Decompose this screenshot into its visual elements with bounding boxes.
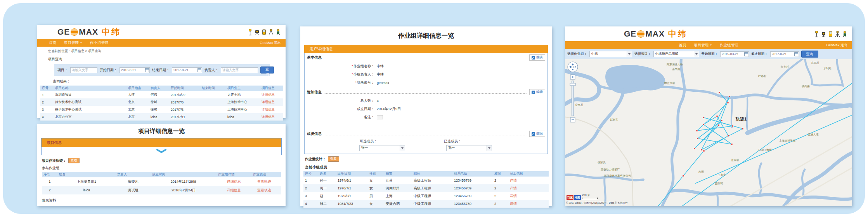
svg-text:叶春村: 叶春村 <box>758 75 766 78</box>
header-cell: 项目业主 <box>226 86 260 91</box>
header-cell: 性别 <box>368 172 384 176</box>
calendar-icon[interactable] <box>794 52 798 56</box>
search-button[interactable]: 查询 <box>260 66 274 74</box>
nav-item-projects[interactable]: 项目管理▼ <box>64 40 82 46</box>
project-info-box: 项目信息 <box>41 138 282 155</box>
field-value: 2014年12月9日 <box>377 107 401 112</box>
svg-text:红光村: 红光村 <box>781 65 789 68</box>
map-pan-control[interactable] <box>568 62 578 72</box>
table-row: 4北京办公室北京leica2017/7/11leica详细信息 <box>40 113 283 121</box>
header-cell: 负责人 <box>149 86 169 91</box>
view-track-button[interactable]: 查看 <box>68 158 80 163</box>
nav-item-workgroups[interactable]: 作业组管理 <box>720 43 738 48</box>
header-cell: 序号 <box>40 86 54 91</box>
total-station-icon <box>821 31 826 37</box>
panel-map-tracks: GE MAX 中纬 首页 项目管理▼ 作业组管理 GeoMax 退出 选择作业组… <box>565 26 852 206</box>
track-link[interactable]: 查看轨迹 <box>251 188 277 193</box>
remark-box[interactable] <box>377 115 383 119</box>
section-extra: 附加信息 编辑 <box>305 88 547 95</box>
logout-link[interactable]: GeoMax 退出 <box>826 43 847 48</box>
header-cell: 作业组详情 <box>217 172 251 177</box>
svg-text:东周村: 东周村 <box>811 61 819 65</box>
chevron-down-icon <box>400 145 405 151</box>
cell: 河南郑州 <box>384 186 412 191</box>
cell: 周一 <box>318 186 336 191</box>
field-label: 备注： <box>364 115 374 119</box>
cell: 徐斌 <box>149 107 169 112</box>
detail-link[interactable]: 详细信息 <box>260 100 282 105</box>
nav-item-home[interactable]: 首页 <box>49 40 56 46</box>
section-title-project-query: 项目查询 <box>48 57 286 62</box>
project-name-input[interactable] <box>70 67 97 73</box>
edit-extra-button[interactable]: 编辑 <box>529 89 545 95</box>
section-title: 成员信息 <box>307 131 322 136</box>
project-results-table: 序号 项目名称 项目地点 负责人 开始时间 结束时间 项目业主 项目信息 1深圳… <box>40 86 283 121</box>
project-select[interactable]: 中纬新产品测试 <box>653 51 699 57</box>
nav-item-workgroups[interactable]: 作业组管理 <box>90 40 109 46</box>
workgroup-select[interactable]: 中纬 <box>589 51 632 57</box>
edit-members-button[interactable]: 编辑 <box>529 131 545 137</box>
header-cell: 序号 <box>303 172 318 176</box>
header-cell: 作业轨迹 <box>251 172 277 177</box>
total-station-icon <box>254 29 260 35</box>
calendar-icon[interactable] <box>198 68 201 72</box>
map-canvas[interactable]: 高东滩涂大桥连民路叶春村东周村水利站申江大桥红光村杨高路金星村赵家宅张家浜上海思… <box>565 59 852 206</box>
available-members-select[interactable]: 张一 <box>359 145 405 151</box>
nav-item-home[interactable]: 首页 <box>679 43 686 48</box>
detail-link[interactable]: 详情 <box>508 201 547 206</box>
cell: 2 <box>40 100 54 104</box>
cell: 徕卡技术中心测试 <box>54 100 126 105</box>
header-cell: 组名 <box>57 172 116 177</box>
section-members: 成员信息 编辑 <box>305 130 547 136</box>
globe-icon <box>637 30 645 38</box>
svg-text:西薛村: 西薛村 <box>715 182 723 185</box>
field-group-leader: *小组负责人： 中纬 <box>305 72 547 77</box>
cell: 北京 <box>126 115 149 119</box>
cell: 高级工程师 <box>412 178 452 183</box>
svg-text:张家浜: 张家浜 <box>598 161 606 164</box>
available-members-label: 可选成员： <box>360 139 377 144</box>
detail-link[interactable]: 详情 <box>508 194 547 199</box>
field-label: 作业组名称： <box>353 64 374 68</box>
view-stats-button[interactable]: 查看 <box>328 156 339 162</box>
calendar-icon[interactable] <box>145 68 149 72</box>
surveyor-icon <box>842 31 847 37</box>
map[interactable]: 高东滩涂大桥连民路叶春村东周村水利站申江大桥红光村杨高路金星村赵家宅张家浜上海思… <box>565 59 852 206</box>
section-title: 附加信息 <box>307 90 322 95</box>
cell: 庆骏凡 <box>116 179 151 184</box>
logout-link[interactable]: GeoMax 退出 <box>260 40 281 46</box>
detail-link[interactable]: 详细信息 <box>260 107 282 112</box>
detail-link[interactable]: 详细信息 <box>260 115 282 119</box>
detail-link[interactable]: 详情 <box>508 186 547 191</box>
selected-members-select[interactable]: 孙一 <box>446 145 492 151</box>
cell: 1976/7/1 <box>336 186 368 190</box>
svg-text:杨高路: 杨高路 <box>801 85 810 88</box>
header-cell: 姓名 <box>318 172 336 176</box>
track-link[interactable]: 查看轨迹 <box>251 179 277 184</box>
edit-basic-button[interactable]: 编辑 <box>529 54 545 61</box>
detail-link[interactable]: 详细信息 <box>260 93 282 97</box>
search-button[interactable]: 查询 <box>801 51 818 58</box>
cell: 女 <box>368 201 384 206</box>
logo-text-cn: 中纬 <box>102 26 121 37</box>
nav-item-projects[interactable]: 项目管理▼ <box>694 43 712 48</box>
expand-row[interactable] <box>42 147 281 155</box>
calendar-icon[interactable] <box>744 52 748 56</box>
zoom-slider-knob[interactable] <box>570 83 575 86</box>
globe-icon <box>71 28 78 36</box>
detail-link[interactable]: 详情 <box>508 178 547 183</box>
page-title: 项目详细信息一览 <box>37 124 286 135</box>
section-basic: 基本信息 编辑 <box>305 53 547 60</box>
cell: 2017/7/6 <box>169 100 200 104</box>
results-label: 查询结果： <box>53 79 286 84</box>
detail-link[interactable]: 详细信息 <box>217 179 251 184</box>
detail-link[interactable]: 详细信息 <box>217 188 251 193</box>
owner-input[interactable] <box>221 67 258 73</box>
table-header-row: 序号 组名 负责人 成立时间 作业组详情 作业轨迹 <box>42 172 281 177</box>
table-row: 2leica测试组2016年2月24日详细信息查看轨迹 <box>42 186 281 194</box>
cell: 孙一 <box>318 178 336 183</box>
field-remark: 备注： <box>305 115 547 119</box>
cell: 北京 <box>126 100 149 105</box>
tripod-icon <box>835 31 840 37</box>
cell: 安徽合肥 <box>384 201 412 206</box>
